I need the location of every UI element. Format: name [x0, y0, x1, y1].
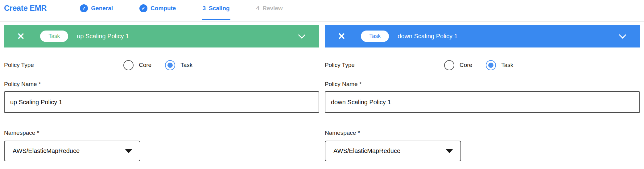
namespace-selected-value: AWS/ElasticMapReduce	[13, 147, 80, 155]
radio-label-core: Core	[139, 62, 151, 68]
namespace-label: Namespace *	[4, 130, 319, 136]
policy-type-row: Policy Type Core Task	[4, 60, 319, 70]
page-title: Create EMR	[4, 4, 47, 13]
panel-header-down[interactable]: ✕ Task down Scaling Policy 1	[325, 25, 640, 47]
radio-option-core[interactable]: Core	[444, 60, 472, 70]
radio-label-task: Task	[501, 62, 513, 68]
panel-up-scaling-policy: ✕ Task up Scaling Policy 1 Policy Type C…	[4, 25, 319, 161]
radio-option-task[interactable]: Task	[486, 60, 513, 70]
step-label: Review	[262, 5, 283, 12]
policy-type-row: Policy Type Core Task	[325, 60, 640, 70]
wizard-steps: ✓ General ✓ Compute 3 Scaling 4 Review	[80, 4, 283, 12]
step-scaling[interactable]: 3 Scaling	[202, 5, 229, 12]
policy-type-radio-group: Core Task	[444, 60, 513, 70]
step-label: General	[91, 5, 113, 12]
step-number: 3	[202, 5, 206, 12]
policy-type-label: Policy Type	[4, 62, 123, 68]
policy-name-label: Policy Name *	[4, 81, 319, 88]
task-badge: Task	[40, 31, 68, 42]
step-number: 4	[256, 5, 260, 12]
task-badge: Task	[361, 31, 389, 42]
caret-down-icon	[125, 149, 132, 153]
step-review[interactable]: 4 Review	[256, 5, 283, 12]
policy-name-label: Policy Name *	[325, 81, 640, 88]
caret-down-icon	[446, 149, 453, 153]
namespace-select[interactable]: AWS/ElasticMapReduce	[4, 141, 140, 161]
radio-task[interactable]	[165, 60, 175, 70]
panel-title: up Scaling Policy 1	[77, 33, 129, 40]
policy-name-input[interactable]	[325, 91, 640, 113]
namespace-selected-value: AWS/ElasticMapReduce	[333, 147, 400, 155]
panel-header-up[interactable]: ✕ Task up Scaling Policy 1	[4, 25, 319, 47]
close-icon[interactable]: ✕	[17, 32, 25, 41]
namespace-label: Namespace *	[325, 130, 640, 136]
panel-title: down Scaling Policy 1	[398, 33, 458, 40]
radio-core[interactable]	[444, 60, 454, 70]
check-icon: ✓	[80, 4, 88, 12]
step-label: Scaling	[209, 5, 230, 12]
radio-core[interactable]	[123, 60, 134, 70]
radio-label-task: Task	[180, 62, 192, 68]
radio-label-core: Core	[460, 62, 472, 68]
policy-type-label: Policy Type	[325, 62, 444, 68]
policy-name-input[interactable]	[4, 91, 319, 113]
check-icon: ✓	[139, 4, 147, 12]
wizard-header: Create EMR ✓ General ✓ Compute 3 Scaling…	[0, 0, 644, 22]
chevron-down-icon[interactable]	[619, 31, 626, 39]
policy-type-radio-group: Core Task	[123, 60, 192, 70]
radio-option-task[interactable]: Task	[165, 60, 192, 70]
panel-down-scaling-policy: ✕ Task down Scaling Policy 1 Policy Type…	[325, 25, 640, 161]
radio-option-core[interactable]: Core	[123, 60, 151, 70]
close-icon[interactable]: ✕	[338, 32, 345, 41]
step-label: Compute	[151, 5, 176, 12]
step-general[interactable]: ✓ General	[80, 4, 113, 12]
scaling-policies-content: ✕ Task up Scaling Policy 1 Policy Type C…	[0, 22, 644, 161]
chevron-down-icon[interactable]	[298, 31, 305, 39]
namespace-select[interactable]: AWS/ElasticMapReduce	[325, 141, 461, 161]
radio-task[interactable]	[486, 60, 496, 70]
step-compute[interactable]: ✓ Compute	[139, 4, 176, 12]
